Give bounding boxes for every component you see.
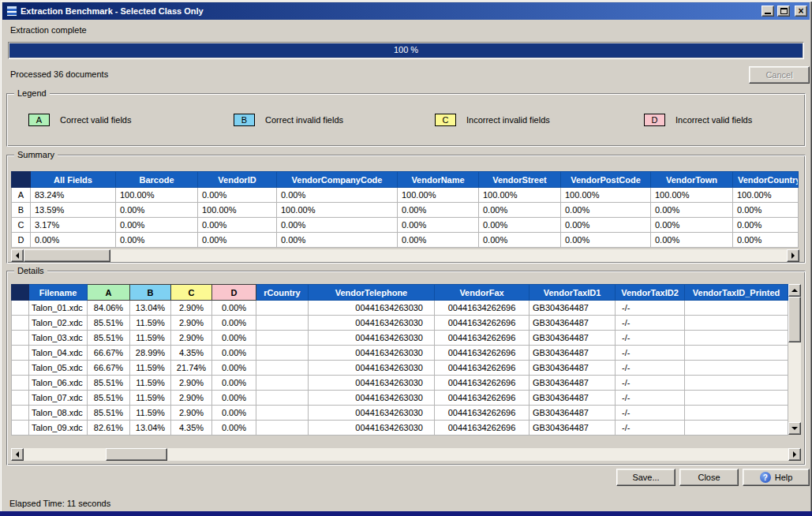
details-row-5[interactable]: Talon_05.xdc66.67%11.59%21.74%0.00%00441… [12, 361, 788, 376]
elapsed-time-label: Elapsed Time: 11 seconds [9, 499, 110, 508]
bottom-edge-strip [0, 511, 812, 516]
details-column-header-6[interactable]: VendorTelephone [309, 285, 435, 301]
details-cell: 2.90% [171, 391, 212, 406]
details-row-9[interactable]: Talon_09.xdc82.61%13.04%4.35%0.00%004416… [12, 421, 788, 436]
details-column-header-1[interactable]: A [88, 285, 130, 301]
summary-cell: 0.00% [479, 203, 561, 218]
summary-column-header-4[interactable]: VendorName [398, 172, 479, 188]
details-cell: 00441634262696 [435, 331, 529, 346]
details-row-8[interactable]: Talon_08.xdc85.51%11.59%2.90%0.00%004416… [12, 406, 788, 421]
summary-column-header-7[interactable]: VendorTown [651, 172, 733, 188]
details-cell: Talon_09.xdc [29, 421, 88, 436]
maximize-button[interactable] [777, 6, 790, 17]
summary-column-header-1[interactable]: Barcode [116, 172, 198, 188]
details-scroll-left-button[interactable] [11, 448, 24, 461]
summary-hscroll-thumb[interactable] [24, 249, 110, 262]
summary-cell: 100.00% [116, 188, 198, 203]
details-cell: -/- [616, 406, 685, 421]
close-button[interactable] [795, 6, 807, 17]
summary-column-header-5[interactable]: VendorStreet [479, 172, 561, 188]
details-row-6[interactable]: Talon_06.xdc85.51%11.59%2.90%0.00%004416… [12, 376, 788, 391]
details-column-header-10[interactable]: VendorTaxID_Printed [685, 285, 788, 301]
details-row-2[interactable]: Talon_02.xdc85.51%11.59%2.90%0.00%004416… [12, 316, 788, 331]
help-button-label: Help [775, 473, 793, 482]
summary-cell: 0.00% [561, 218, 651, 233]
minimize-icon [765, 13, 771, 14]
details-column-header-0[interactable]: Filename [29, 285, 88, 301]
details-cell: 2.90% [171, 316, 212, 331]
details-cell: 00441634263030 [309, 346, 435, 361]
summary-scroll-right-button[interactable] [787, 249, 799, 262]
details-column-header-2[interactable]: B [130, 285, 171, 301]
summary-row-C: C3.17%0.00%0.00%0.00%0.00%0.00%0.00%0.00… [12, 218, 799, 233]
details-column-header-9[interactable]: VendorTaxID2 [616, 285, 685, 301]
details-row-marker[interactable] [12, 421, 29, 436]
details-vscroll-thumb[interactable] [788, 297, 801, 342]
details-row-7[interactable]: Talon_07.xdc85.51%11.59%2.90%0.00%004416… [12, 391, 788, 406]
details-row-marker[interactable] [12, 406, 29, 421]
details-row-marker[interactable] [12, 376, 29, 391]
details-column-header-3[interactable]: C [171, 285, 212, 301]
details-cell: -/- [616, 316, 685, 331]
details-cell: GB304364487 [529, 301, 616, 316]
legend-item-b: B Correct invalid fields [234, 114, 343, 126]
details-row-marker[interactable] [12, 331, 29, 346]
summary-cell: 0.00% [116, 233, 198, 248]
summary-column-header-6[interactable]: VendorPostCode [561, 172, 651, 188]
legend-item-a: A Correct valid fields [28, 114, 131, 126]
save-button[interactable]: Save... [616, 469, 675, 486]
close-dialog-button[interactable]: Close [679, 469, 739, 486]
legend-group: Legend A Correct valid fields B Correct … [6, 93, 806, 147]
dialog-window: Extraction Benchmark - Selected Class On… [0, 0, 812, 516]
details-vscrollbar[interactable] [788, 284, 801, 435]
details-cell: 21.74% [171, 361, 212, 376]
minimize-button[interactable] [761, 6, 774, 17]
details-column-header-5[interactable]: rCountry [256, 285, 309, 301]
details-cell: 4.35% [171, 421, 212, 436]
details-cell: Talon_05.xdc [29, 361, 88, 376]
details-cell: Talon_04.xdc [29, 346, 88, 361]
details-row-marker[interactable] [12, 361, 29, 376]
details-column-header-8[interactable]: VendorTaxID1 [529, 285, 616, 301]
details-row-3[interactable]: Talon_03.xdc85.51%11.59%2.90%0.00%004416… [12, 331, 788, 346]
details-cell: 0.00% [212, 316, 256, 331]
summary-cell: 0.00% [277, 233, 398, 248]
details-cell: 0.00% [212, 376, 256, 391]
summary-scroll-left-button[interactable] [11, 249, 24, 262]
details-hscrollbar[interactable] [11, 448, 801, 461]
summary-column-header-8[interactable]: VendorCountry [733, 172, 799, 188]
details-scroll-up-button[interactable] [788, 284, 801, 297]
summary-column-header-2[interactable]: VendorID [198, 172, 277, 188]
details-cell [256, 421, 309, 436]
details-cell: GB304364487 [529, 406, 616, 421]
details-row-marker[interactable] [12, 316, 29, 331]
summary-hscrollbar[interactable] [11, 249, 799, 262]
summary-column-header-3[interactable]: VendorCompanyCode [277, 172, 398, 188]
details-cell: 0.00% [212, 361, 256, 376]
details-row-4[interactable]: Talon_04.xdc66.67%28.99%4.35%0.00%004416… [12, 346, 788, 361]
details-scroll-right-button[interactable] [788, 448, 801, 461]
details-row-marker[interactable] [12, 391, 29, 406]
titlebar[interactable]: Extraction Benchmark - Selected Class On… [2, 2, 810, 20]
help-button[interactable]: Help [743, 469, 810, 486]
cancel-button[interactable]: Cancel [749, 66, 810, 84]
details-scroll-down-button[interactable] [788, 422, 801, 435]
details-row-1[interactable]: Talon_01.xdc84.06%13.04%2.90%0.00%004416… [12, 301, 788, 316]
details-cell: 00441634263030 [309, 376, 435, 391]
details-cell: 00441634262696 [435, 421, 529, 436]
details-row-marker[interactable] [12, 346, 29, 361]
details-table: FilenameABCDrCountryVendorTelephoneVendo… [11, 284, 788, 436]
left-arrow-icon [13, 252, 19, 259]
details-cell: Talon_07.xdc [29, 391, 88, 406]
details-cell: 85.51% [88, 376, 130, 391]
details-hscroll-thumb[interactable] [106, 448, 167, 461]
summary-column-header-0[interactable]: All Fields [31, 172, 116, 188]
details-column-header-4[interactable]: D [212, 285, 256, 301]
details-cell: 00441634263030 [309, 316, 435, 331]
details-column-header-7[interactable]: VendorFax [435, 285, 529, 301]
details-cell: Talon_01.xdc [29, 301, 88, 316]
summary-cell: 0.00% [733, 218, 799, 233]
details-cell: GB304364487 [529, 376, 616, 391]
legend-swatch-a: A [28, 114, 50, 126]
details-row-marker[interactable] [12, 301, 29, 316]
